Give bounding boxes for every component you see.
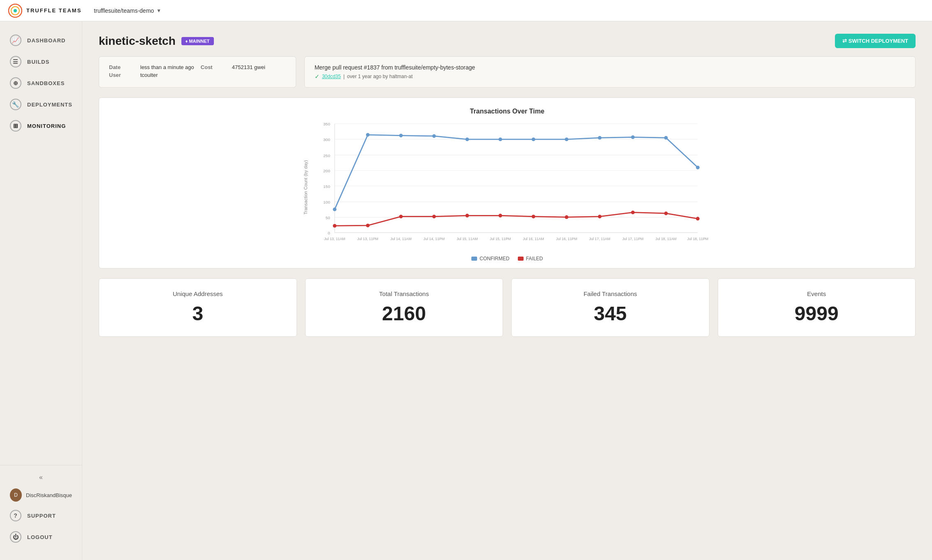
stat-value: 345 bbox=[522, 302, 699, 325]
check-icon: ✓ bbox=[315, 73, 320, 80]
sidebar-item-logout[interactable]: ⏻ LOGOUT bbox=[0, 526, 82, 548]
legend-confirmed-dot bbox=[471, 257, 477, 261]
legend-failed-dot bbox=[518, 257, 524, 261]
failed-dot bbox=[696, 217, 700, 220]
svg-text:Jul 15, 11AM: Jul 15, 11AM bbox=[457, 237, 478, 241]
sidebar-item-label: SANDBOXES bbox=[27, 80, 65, 86]
commit-hash[interactable]: 30dcd35 bbox=[322, 74, 341, 79]
commit-separator: | bbox=[343, 74, 345, 79]
failed-dot bbox=[598, 215, 602, 218]
stat-label: Events bbox=[728, 290, 906, 297]
collapse-icon: « bbox=[39, 474, 43, 481]
stat-card-failed-transactions: Failed Transactions 345 bbox=[511, 278, 709, 337]
truffle-logo-icon bbox=[8, 4, 22, 18]
sidebar-collapse-button[interactable]: « bbox=[0, 470, 82, 485]
svg-text:100: 100 bbox=[323, 200, 330, 204]
stat-label: Unique Addresses bbox=[109, 290, 287, 297]
logo: TRUFFLE TEAMS bbox=[8, 4, 81, 18]
svg-text:Jul 15, 11PM: Jul 15, 11PM bbox=[490, 237, 511, 241]
project-name: trufflesuite/teams-demo bbox=[94, 7, 154, 14]
page-title: kinetic-sketch bbox=[99, 35, 176, 48]
brand-label: TRUFFLE TEAMS bbox=[26, 7, 81, 14]
svg-text:50: 50 bbox=[326, 215, 331, 220]
confirmed-dot bbox=[498, 137, 502, 141]
legend-failed: FAILED bbox=[518, 256, 543, 261]
sidebar-bottom: « D DiscRiskandBisque ? SUPPORT ⏻ LOGOUT bbox=[0, 465, 82, 552]
stat-value: 3 bbox=[109, 302, 287, 325]
main-layout: 📈 DASHBOARD ☰ BUILDS ⊕ SANDBOXES 🔧 DEPLO… bbox=[0, 21, 932, 560]
deploy-info-card: Date less than a minute ago Cost 4752131… bbox=[99, 56, 296, 88]
legend-failed-label: FAILED bbox=[526, 256, 543, 261]
failed-line bbox=[335, 213, 698, 226]
failed-dot bbox=[532, 215, 536, 218]
confirmed-dot bbox=[465, 137, 469, 141]
project-selector[interactable]: trufflesuite/teams-demo ▼ bbox=[94, 7, 161, 14]
transactions-chart: Transaction Count (by day) 350 300 250 bbox=[111, 119, 903, 251]
svg-text:Jul 17, 11PM: Jul 17, 11PM bbox=[622, 237, 643, 241]
failed-dot bbox=[631, 211, 635, 214]
confirmed-dot bbox=[565, 137, 568, 141]
failed-dot bbox=[498, 214, 502, 218]
logout-icon: ⏻ bbox=[10, 531, 21, 543]
commit-meta: ✓ 30dcd35 | over 1 year ago by haltman-a… bbox=[315, 73, 905, 80]
deployments-icon: 🔧 bbox=[10, 99, 21, 110]
confirmed-dot bbox=[532, 137, 536, 141]
stat-label: Total Transactions bbox=[315, 290, 493, 297]
sidebar-item-label: SUPPORT bbox=[27, 513, 56, 519]
commit-title: Merge pull request #1837 from trufflesui… bbox=[315, 64, 905, 71]
sidebar-item-sandboxes[interactable]: ⊕ SANDBOXES bbox=[0, 72, 82, 94]
failed-dot bbox=[664, 212, 668, 215]
failed-dot bbox=[333, 224, 336, 228]
svg-text:Jul 13, 11PM: Jul 13, 11PM bbox=[357, 237, 378, 241]
stat-grid: Unique Addresses 3 Total Transactions 21… bbox=[99, 278, 916, 337]
sidebar-item-label: DASHBOARD bbox=[27, 37, 66, 44]
confirmed-dot bbox=[432, 134, 436, 138]
svg-text:Jul 16, 11PM: Jul 16, 11PM bbox=[556, 237, 577, 241]
sidebar-item-label: DEPLOYMENTS bbox=[27, 102, 72, 108]
avatar: D bbox=[10, 488, 22, 502]
confirmed-dot bbox=[333, 208, 336, 211]
stat-value: 2160 bbox=[315, 302, 493, 325]
stat-label: Failed Transactions bbox=[522, 290, 699, 297]
confirmed-dot bbox=[664, 136, 668, 140]
monitoring-icon: ⊞ bbox=[10, 120, 21, 132]
commit-age: over 1 year ago by haltman-at bbox=[347, 74, 413, 79]
stat-value: 9999 bbox=[728, 302, 906, 325]
svg-text:Jul 16, 11AM: Jul 16, 11AM bbox=[523, 237, 544, 241]
sidebar-item-support[interactable]: ? SUPPORT bbox=[0, 505, 82, 526]
stat-card-total-transactions: Total Transactions 2160 bbox=[305, 278, 503, 337]
page-title-row: kinetic-sketch ♦ MAINNET bbox=[99, 35, 214, 48]
chart-title: Transactions Over Time bbox=[111, 108, 903, 115]
svg-text:300: 300 bbox=[323, 137, 330, 142]
svg-text:0: 0 bbox=[328, 231, 330, 235]
svg-point-2 bbox=[14, 9, 17, 12]
failed-dot bbox=[465, 214, 469, 218]
svg-text:Jul 13, 11AM: Jul 13, 11AM bbox=[324, 237, 345, 241]
legend-confirmed-label: CONFIRMED bbox=[480, 256, 510, 261]
chart-section: Transactions Over Time Transaction Count… bbox=[99, 97, 916, 268]
svg-text:150: 150 bbox=[323, 184, 330, 189]
user-profile[interactable]: D DiscRiskandBisque bbox=[0, 485, 82, 505]
failed-dot bbox=[399, 215, 403, 218]
sandboxes-icon: ⊕ bbox=[10, 77, 21, 89]
switch-deployment-button[interactable]: ⇄ SWITCH DEPLOYMENT bbox=[835, 34, 916, 48]
confirmed-dot bbox=[399, 134, 403, 137]
project-chevron-icon: ▼ bbox=[156, 8, 161, 14]
sidebar-item-builds[interactable]: ☰ BUILDS bbox=[0, 51, 82, 72]
legend-confirmed: CONFIRMED bbox=[471, 256, 510, 261]
sidebar-item-monitoring[interactable]: ⊞ MONITORING bbox=[0, 115, 82, 137]
confirmed-dot bbox=[598, 136, 602, 140]
main-content: kinetic-sketch ♦ MAINNET ⇄ SWITCH DEPLOY… bbox=[82, 21, 932, 560]
builds-icon: ☰ bbox=[10, 56, 21, 67]
failed-dot bbox=[432, 215, 436, 218]
sidebar-item-deployments[interactable]: 🔧 DEPLOYMENTS bbox=[0, 94, 82, 115]
svg-text:350: 350 bbox=[323, 122, 330, 126]
svg-text:Jul 18, 11AM: Jul 18, 11AM bbox=[655, 237, 676, 241]
svg-text:Jul 14, 11PM: Jul 14, 11PM bbox=[424, 237, 445, 241]
info-row: Date less than a minute ago Cost 4752131… bbox=[99, 56, 916, 88]
support-icon: ? bbox=[10, 510, 21, 521]
sidebar-item-dashboard[interactable]: 📈 DASHBOARD bbox=[0, 30, 82, 51]
failed-dot bbox=[565, 215, 568, 219]
sidebar-nav: 📈 DASHBOARD ☰ BUILDS ⊕ SANDBOXES 🔧 DEPLO… bbox=[0, 30, 82, 465]
failed-dot bbox=[366, 224, 370, 227]
